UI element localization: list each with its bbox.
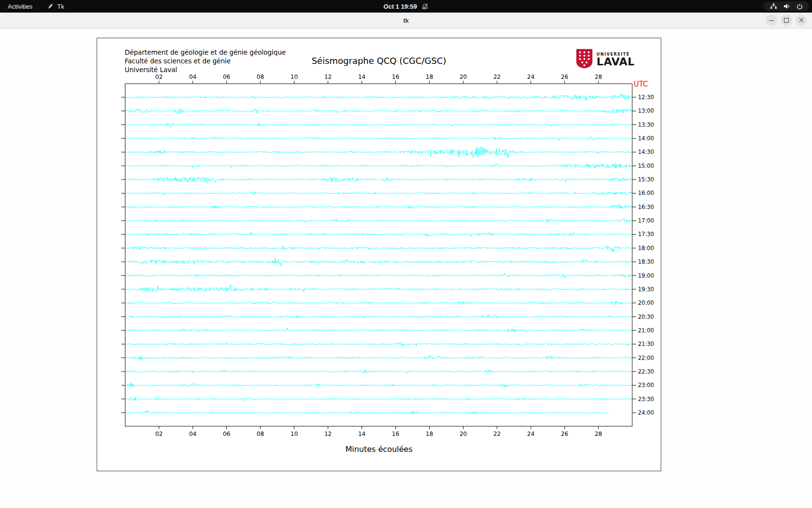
x-tick-label-bottom: 20 [460,431,467,437]
row-time-label: 23:30 [638,396,654,403]
row-time-label: 16:00 [638,190,654,196]
x-tick-label-top: 22 [493,74,501,80]
row-time-label: 21:30 [638,341,654,347]
seismogram-trace [125,383,632,387]
x-tick-label-bottom: 18 [426,431,433,437]
row-time-label: 22:00 [638,355,654,361]
seismogram-trace [125,164,632,168]
seismogram-trace [125,315,632,318]
gnome-top-bar: Activities Tk Oct 1 19:59 [0,0,812,13]
seismogram-trace [125,137,632,141]
x-tick-label-bottom: 02 [155,431,162,437]
activities-button[interactable]: Activities [8,3,32,10]
focused-app-name: Tk [57,3,64,10]
row-time-label: 14:00 [638,135,654,142]
row-time-label: 14:30 [638,149,654,155]
clock-label: Oct 1 19:59 [383,3,417,10]
seismogram-trace [125,342,632,346]
x-tick-label-top: 08 [257,74,264,80]
clock-menu[interactable]: Oct 1 19:59 [383,3,428,10]
seismogram-trace [125,273,632,278]
row-time-label: 18:30 [638,258,654,265]
x-tick-label-top: 24 [527,74,535,80]
window-titlebar[interactable]: tk [0,13,812,29]
x-tick-label-bottom: 08 [257,431,264,437]
row-time-label: 15:00 [638,163,654,169]
minimize-button[interactable] [766,15,777,26]
x-tick-label-top: 04 [189,74,196,80]
row-time-label: 23:00 [638,382,654,388]
minimize-icon [769,20,774,21]
maximize-icon [784,18,789,23]
seismogram-trace [125,177,632,183]
x-tick-label-top: 16 [392,74,399,80]
row-time-label: 15:30 [638,176,654,183]
row-time-label: 19:00 [638,272,654,279]
seismogram-trace [125,94,632,101]
bell-slash-icon [422,3,429,10]
x-tick-label-top: 18 [426,74,433,80]
row-time-label: 20:00 [638,299,654,306]
x-tick-label-top: 14 [358,74,365,80]
x-tick-label-bottom: 24 [527,431,535,437]
close-icon [798,17,804,23]
system-status-menu[interactable] [764,1,809,11]
x-tick-label-bottom: 28 [594,431,602,437]
seismogram-trace [125,219,632,223]
x-tick-label-top: 06 [223,74,230,80]
x-tick-label-bottom: 14 [358,431,365,437]
row-time-label: 24:00 [638,409,654,416]
x-tick-label-top: 26 [561,74,568,80]
seismograph-panel: Département de géologie et de génie géol… [97,38,661,471]
window-controls [766,15,807,26]
seismogram-trace [125,258,632,266]
seismogram-trace [125,284,632,292]
x-tick-label-bottom: 16 [392,431,399,437]
row-time-label: 18:00 [638,245,654,252]
plot-border [125,84,632,426]
seismogram-trace [125,411,609,415]
network-icon [770,3,777,9]
seismogram-trace [125,205,632,209]
seismogram-trace [125,328,632,332]
x-tick-label-bottom: 04 [189,431,196,437]
seismogram-trace [125,397,632,401]
seismogram-trace [125,301,632,305]
x-tick-label-bottom: 12 [324,431,332,437]
x-tick-label-bottom: 22 [493,431,501,437]
row-time-label: 20:30 [638,314,654,320]
row-time-label: 21:00 [638,327,654,334]
x-tick-label-top: 02 [155,74,162,80]
seismogram-trace [125,370,632,374]
row-time-label: 16:30 [638,204,654,210]
x-tick-label-bottom: 06 [223,431,230,437]
maximize-button[interactable] [781,15,792,26]
row-time-label: 19:30 [638,286,654,293]
window-title: tk [403,17,409,24]
desktop: Activities Tk Oct 1 19:59 [0,0,812,508]
x-tick-label-top: 12 [324,74,332,80]
seismogram-trace [125,108,632,114]
x-tick-label-top: 28 [594,74,602,80]
x-tick-label-top: 10 [290,74,298,80]
row-time-label: 17:00 [638,217,654,224]
seismogram-plot: 0202040406060808101012121414161618182020… [97,38,661,471]
window-content: Département de géologie et de génie géol… [0,29,812,508]
close-button[interactable] [796,15,807,26]
row-time-label: 13:00 [638,107,654,114]
x-tick-label-top: 20 [460,74,467,80]
seismogram-trace [125,232,632,237]
tk-icon [47,3,54,10]
seismogram-trace [125,147,632,159]
x-tick-label-bottom: 26 [561,431,568,437]
seismogram-trace [125,246,632,253]
row-time-label: 17:30 [638,231,654,238]
row-time-label: 13:30 [638,121,654,128]
volume-icon [783,3,790,9]
seismogram-trace [125,123,632,127]
row-time-label: 12:30 [638,94,654,101]
x-axis-title: Minutes écoulées [97,445,661,454]
x-tick-label-bottom: 10 [290,431,298,437]
power-icon [797,3,803,10]
focused-app-menu[interactable]: Tk [47,3,64,10]
